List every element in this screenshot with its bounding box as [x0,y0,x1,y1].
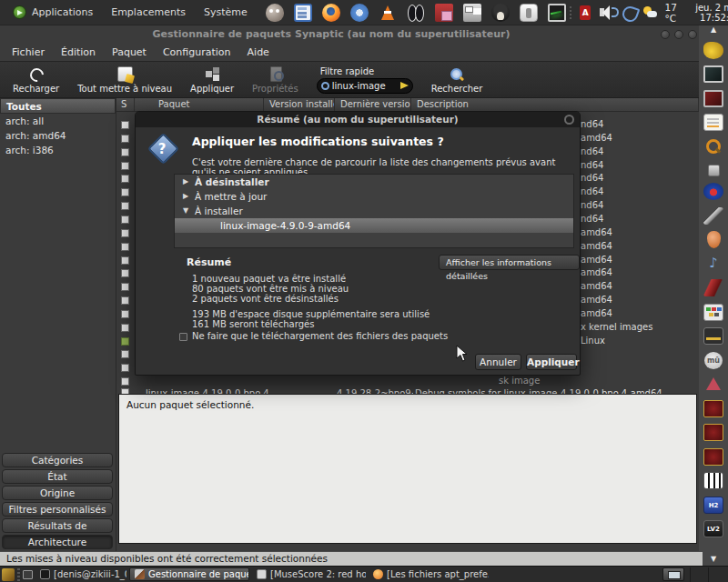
pdf-icon[interactable]: A [580,5,591,20]
package-checkbox[interactable] [121,324,129,332]
sidebar-item-arch-all[interactable]: arch: all [0,114,116,128]
quick-filter-input[interactable] [332,81,398,91]
menu-fichier[interactable]: Fichier [4,45,53,60]
show-details-button[interactable]: Afficher les informations détaillées [439,255,580,270]
package-checkbox[interactable] [121,148,129,156]
dock-scroll-up-icon[interactable]: ▲ [711,25,716,35]
architecture-button[interactable]: Architecture [2,535,113,549]
menu-edition[interactable]: Édition [53,45,104,60]
menu-aide[interactable]: Aide [239,45,278,60]
chevron-right-icon[interactable]: ▶ [183,192,188,200]
system-menu[interactable]: Système [197,2,255,24]
red-terminal-icon[interactable] [703,90,723,107]
headphones-icon[interactable] [703,183,723,200]
package-checkbox[interactable] [121,296,129,305]
tree-item-selected-package[interactable]: linux-image-4.9.0-9-amd64 [175,218,573,233]
magic-lamp-icon[interactable] [703,42,723,59]
weather-icon[interactable] [642,5,656,21]
task-musescore[interactable]: [MuseScore 2: red hou... [252,567,366,581]
close-button[interactable] [688,30,697,39]
package-checkbox[interactable] [121,283,129,291]
package-checkbox[interactable] [121,202,129,210]
dock-scroll-down-icon[interactable]: ▼ [711,555,716,564]
menu-configuration[interactable]: Configuration [155,45,239,60]
tux-guitar-icon[interactable] [491,4,510,22]
calculator-icon[interactable] [294,4,312,22]
lv2-icon[interactable]: LV2 [703,520,723,537]
mixer-color-icon[interactable] [703,304,723,321]
system-monitor-icon[interactable] [548,4,566,22]
music-note-icon[interactable]: ♪ [703,256,723,273]
sidebar-item-toutes[interactable]: Toutes [0,98,116,114]
pen-icon[interactable] [703,207,723,225]
task-terminal[interactable]: [denis@zikiii-1_0: ~/T... [35,567,126,581]
package-checkbox[interactable] [121,350,129,358]
vlc-icon[interactable] [379,4,397,22]
cancel-button[interactable]: Annuler [475,354,521,370]
audio-player-icon[interactable] [407,4,425,22]
changes-tree[interactable]: ▶ À désinstaller ▶ À mettre à jour ▼ À i… [174,174,574,248]
clipboard-icon[interactable] [708,165,720,176]
package-checkbox[interactable] [121,175,129,183]
places-menu[interactable]: Emplacements [104,2,193,24]
download-only-checkbox[interactable] [179,333,187,341]
package-checkbox[interactable] [121,243,129,251]
package-checkbox[interactable] [121,229,129,237]
search-tool-icon[interactable] [703,138,723,156]
hydrogen-icon[interactable]: H2 [703,497,723,514]
package-checkbox[interactable] [121,121,129,129]
show-desktop-button[interactable] [662,567,684,581]
upgrade-all-button[interactable]: Tout mettre à niveau [68,63,181,97]
clear-filter-icon[interactable] [400,82,409,89]
column-version-installee[interactable]: Version installée [264,98,335,111]
column-derniere-version[interactable]: Dernière version [335,98,411,111]
tree-item-desinstaller[interactable]: ▶ À désinstaller [175,175,573,189]
origin-button[interactable]: Origine [2,486,113,500]
tree-item-installer[interactable]: ▼ À installer [175,204,573,218]
mini-window-icon[interactable] [23,570,33,579]
chevron-down-icon[interactable]: ▼ [183,206,188,215]
sidebar-item-arch-amd64[interactable]: arch: amd64 [0,128,116,143]
firefox-icon[interactable] [322,4,340,22]
categories-button[interactable]: Catégories [2,453,113,467]
redbox-network-icon[interactable] [703,448,723,466]
musescore-icon[interactable]: mû [704,352,723,369]
sidebar-item-arch-i386[interactable]: arch: i386 [0,143,116,157]
maximize-button[interactable] [674,30,683,39]
apply-changes-button[interactable]: Appliquer [526,354,577,370]
column-status[interactable]: S [116,98,135,111]
phone-icon[interactable] [520,4,538,22]
applications-menu[interactable]: Applications [5,2,100,24]
ardour-icon[interactable] [703,376,723,393]
column-paquet[interactable]: Paquet [135,98,264,111]
redbox-instruments-icon[interactable] [703,400,723,417]
dialog-titlebar[interactable]: Résumé (au nom du superutilisateur) [136,112,580,127]
quick-filter-box[interactable] [317,78,413,94]
redbox-joystick-icon[interactable] [703,424,723,441]
gimp-icon[interactable] [266,4,284,22]
search-results-button[interactable]: Résultats de recherche [2,518,113,533]
package-checkbox[interactable] [121,269,129,277]
screen-capture-icon[interactable] [703,65,723,83]
package-checkbox[interactable] [121,364,129,372]
package-checkbox[interactable] [121,216,129,224]
table-row[interactable]: sk image [116,376,699,388]
state-button[interactable]: État [2,469,113,484]
menu-paquet[interactable]: Paquet [104,45,155,60]
window-titlebar[interactable]: Gestionnaire de paquets Synaptic (au nom… [0,25,699,44]
fax-device-icon[interactable] [463,4,481,22]
package-checkbox[interactable] [121,135,129,143]
guitar-icon[interactable] [703,279,723,296]
task-firefox[interactable]: [Les fichiers apt_prefe... [369,567,489,581]
mouse-tool-icon[interactable] [621,5,634,21]
package-checkbox[interactable] [121,377,129,386]
package-checkbox[interactable] [121,188,129,196]
taskbar-launcher-icon[interactable] [2,568,15,581]
package-checkbox[interactable] [121,256,129,265]
package-installer-icon[interactable] [435,4,453,22]
mixer-dark-icon[interactable] [703,327,723,345]
droplet-icon[interactable] [707,231,721,248]
package-checkbox[interactable] [121,337,129,346]
reload-button[interactable]: Recharger [4,63,68,97]
notes-icon[interactable] [703,114,723,131]
